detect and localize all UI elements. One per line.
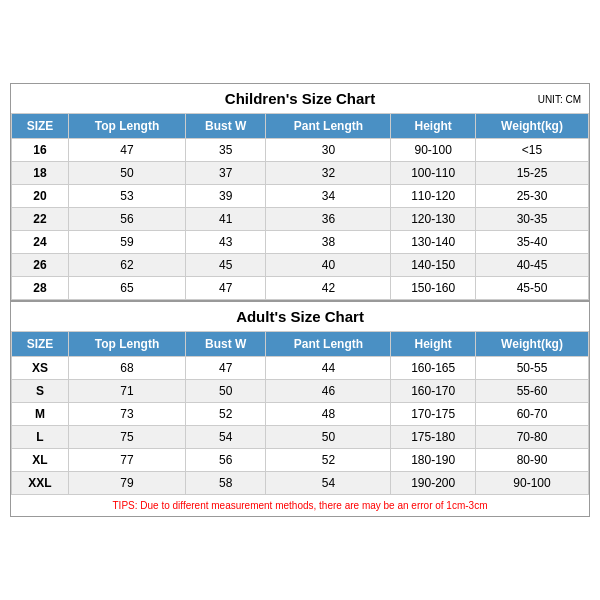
table-cell: S — [12, 380, 69, 403]
table-cell: 40 — [266, 254, 391, 277]
table-cell: 120-130 — [391, 208, 476, 231]
table-cell: 170-175 — [391, 403, 476, 426]
table-cell: 71 — [68, 380, 185, 403]
table-cell: 73 — [68, 403, 185, 426]
table-cell: 58 — [186, 472, 266, 495]
table-cell: 140-150 — [391, 254, 476, 277]
table-cell: 190-200 — [391, 472, 476, 495]
table-row: 1647353090-100<15 — [12, 139, 589, 162]
table-row: 28654742150-16045-50 — [12, 277, 589, 300]
children-header-row: SIZE Top Length Bust W Pant Length Heigh… — [12, 114, 589, 139]
table-row: XL775652180-19080-90 — [12, 449, 589, 472]
table-cell: 30 — [266, 139, 391, 162]
adults-title-text: Adult's Size Chart — [236, 308, 364, 325]
table-cell: 47 — [186, 277, 266, 300]
table-cell: 90-100 — [476, 472, 589, 495]
table-cell: 68 — [68, 357, 185, 380]
table-cell: 15-25 — [476, 162, 589, 185]
table-row: XS684744160-16550-55 — [12, 357, 589, 380]
table-cell: 75 — [68, 426, 185, 449]
table-cell: 47 — [68, 139, 185, 162]
table-cell: 42 — [266, 277, 391, 300]
table-cell: 18 — [12, 162, 69, 185]
table-cell: 40-45 — [476, 254, 589, 277]
adults-header-row: SIZE Top Length Bust W Pant Length Heigh… — [12, 332, 589, 357]
adults-section-title: Adult's Size Chart — [11, 300, 589, 331]
size-chart-container: Children's Size Chart UNIT: CM SIZE Top … — [10, 83, 590, 517]
table-cell: XL — [12, 449, 69, 472]
table-cell: 32 — [266, 162, 391, 185]
table-cell: 45-50 — [476, 277, 589, 300]
table-cell: 48 — [266, 403, 391, 426]
table-cell: 77 — [68, 449, 185, 472]
table-cell: 30-35 — [476, 208, 589, 231]
table-row: L755450175-18070-80 — [12, 426, 589, 449]
table-cell: 56 — [186, 449, 266, 472]
table-cell: 16 — [12, 139, 69, 162]
children-section-title: Children's Size Chart UNIT: CM — [11, 84, 589, 113]
table-cell: 34 — [266, 185, 391, 208]
table-cell: 28 — [12, 277, 69, 300]
table-cell: L — [12, 426, 69, 449]
table-cell: 44 — [266, 357, 391, 380]
tips-text: TIPS: Due to different measurement metho… — [11, 495, 589, 516]
table-cell: XS — [12, 357, 69, 380]
table-cell: 35 — [186, 139, 266, 162]
table-cell: 55-60 — [476, 380, 589, 403]
table-cell: XXL — [12, 472, 69, 495]
table-cell: 47 — [186, 357, 266, 380]
table-cell: 53 — [68, 185, 185, 208]
table-cell: 130-140 — [391, 231, 476, 254]
table-cell: 41 — [186, 208, 266, 231]
table-cell: 70-80 — [476, 426, 589, 449]
table-cell: 37 — [186, 162, 266, 185]
adults-col-pant: Pant Length — [266, 332, 391, 357]
children-col-top-length: Top Length — [68, 114, 185, 139]
table-cell: 150-160 — [391, 277, 476, 300]
table-cell: 65 — [68, 277, 185, 300]
adults-table-body: XS684744160-16550-55S715046160-17055-60M… — [12, 357, 589, 495]
children-table-body: 1647353090-100<1518503732100-11015-25205… — [12, 139, 589, 300]
table-cell: 50-55 — [476, 357, 589, 380]
table-cell: 59 — [68, 231, 185, 254]
table-row: XXL795854190-20090-100 — [12, 472, 589, 495]
table-row: 24594338130-14035-40 — [12, 231, 589, 254]
table-cell: 54 — [186, 426, 266, 449]
table-cell: 100-110 — [391, 162, 476, 185]
table-cell: 80-90 — [476, 449, 589, 472]
table-row: 20533934110-12025-30 — [12, 185, 589, 208]
table-cell: 39 — [186, 185, 266, 208]
children-col-bust: Bust W — [186, 114, 266, 139]
table-cell: 160-165 — [391, 357, 476, 380]
adults-col-weight: Weight(kg) — [476, 332, 589, 357]
table-cell: 52 — [186, 403, 266, 426]
table-cell: 60-70 — [476, 403, 589, 426]
table-cell: 20 — [12, 185, 69, 208]
children-col-height: Height — [391, 114, 476, 139]
children-table: SIZE Top Length Bust W Pant Length Heigh… — [11, 113, 589, 300]
table-row: 26624540140-15040-45 — [12, 254, 589, 277]
children-col-size: SIZE — [12, 114, 69, 139]
table-cell: 50 — [266, 426, 391, 449]
table-cell: 62 — [68, 254, 185, 277]
children-col-pant: Pant Length — [266, 114, 391, 139]
adults-col-top-length: Top Length — [68, 332, 185, 357]
table-cell: 22 — [12, 208, 69, 231]
table-cell: 46 — [266, 380, 391, 403]
table-cell: 90-100 — [391, 139, 476, 162]
children-title-text: Children's Size Chart — [225, 90, 375, 107]
table-cell: 79 — [68, 472, 185, 495]
table-cell: 45 — [186, 254, 266, 277]
table-cell: M — [12, 403, 69, 426]
table-cell: 35-40 — [476, 231, 589, 254]
table-cell: 43 — [186, 231, 266, 254]
adults-table: SIZE Top Length Bust W Pant Length Heigh… — [11, 331, 589, 495]
table-cell: <15 — [476, 139, 589, 162]
table-cell: 175-180 — [391, 426, 476, 449]
table-cell: 38 — [266, 231, 391, 254]
adults-col-size: SIZE — [12, 332, 69, 357]
table-cell: 50 — [186, 380, 266, 403]
table-row: S715046160-17055-60 — [12, 380, 589, 403]
table-cell: 52 — [266, 449, 391, 472]
table-cell: 24 — [12, 231, 69, 254]
